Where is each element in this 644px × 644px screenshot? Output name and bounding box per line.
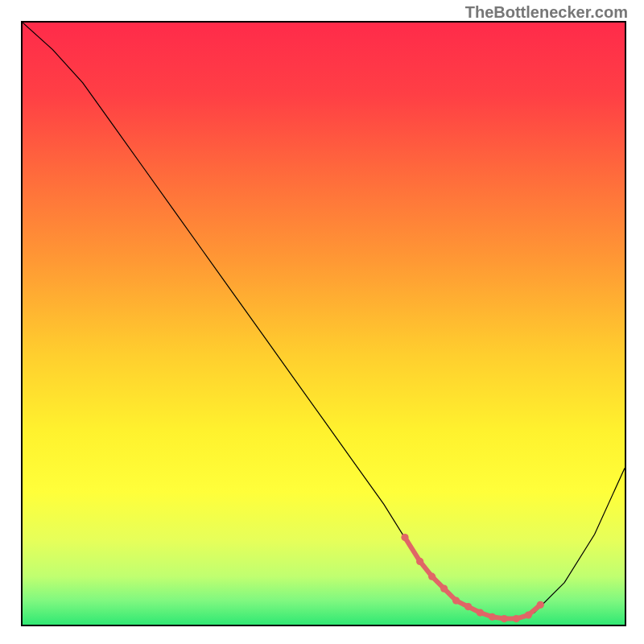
svg-point-1 (416, 558, 423, 565)
svg-point-11 (537, 601, 544, 609)
svg-point-6 (477, 609, 484, 616)
svg-point-8 (501, 615, 508, 622)
svg-point-3 (440, 585, 448, 592)
svg-point-0 (401, 534, 408, 541)
svg-point-5 (464, 603, 472, 610)
svg-point-9 (513, 615, 520, 622)
chart-frame (21, 21, 626, 626)
svg-point-2 (428, 573, 436, 580)
svg-point-7 (489, 613, 496, 621)
chart-background (23, 23, 625, 625)
watermark-text: TheBottlenecker.com (465, 3, 628, 22)
svg-point-10 (525, 611, 532, 618)
chart-plot-area (23, 23, 625, 625)
svg-point-4 (452, 597, 460, 604)
chart-svg (23, 23, 625, 625)
